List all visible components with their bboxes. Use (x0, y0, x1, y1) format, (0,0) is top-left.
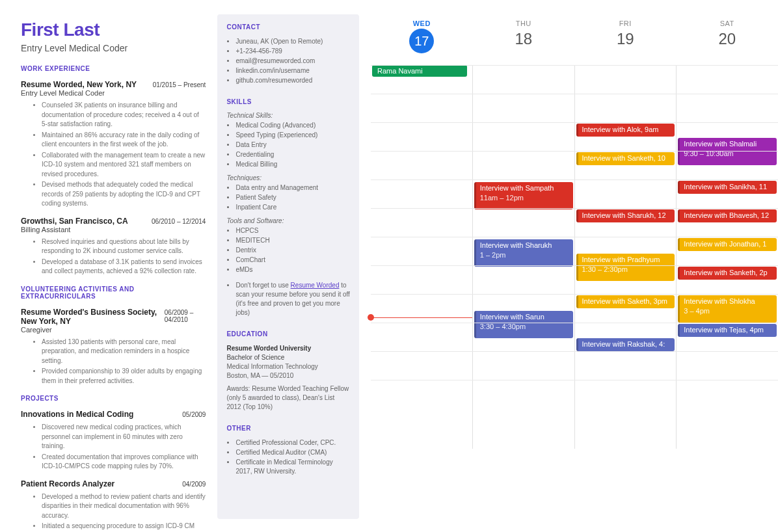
event-title: Interview with Sanikha, 11 (684, 183, 767, 191)
bullet: Initiated a sequencing procedure to assi… (42, 522, 206, 532)
job-date: 01/2015 – Present (153, 81, 206, 88)
job-date: 06/2009 – 04/2010 (165, 309, 206, 323)
now-dot-icon (368, 314, 374, 321)
calendar-event[interactable]: Interview with Sanketh, 2p (678, 267, 777, 280)
event-time: 1:30 – 2:30pm (582, 265, 628, 273)
job-company: Innovations in Medical Coding (21, 410, 133, 419)
list-item: Speed Typing (Experienced) (235, 131, 350, 140)
calendar-event[interactable]: Interview with Saketh, 3pm (576, 295, 675, 308)
job-bullets: Developed a method to review patient cha… (21, 492, 206, 533)
calendar-dow: THU (473, 20, 575, 27)
section-work-header: WORK EXPERIENCE (21, 65, 206, 72)
calendar-today-circle[interactable]: 17 (409, 29, 434, 53)
bullet: Provided companionship to 39 older adult… (42, 367, 206, 386)
calendar-day-num[interactable]: 20 (677, 30, 779, 48)
list-item: Medical Coding (Advanced) (235, 121, 350, 130)
edu-school: Resume Worded University (226, 344, 350, 353)
allday-event[interactable]: Rama Navami (372, 65, 467, 77)
job-bullets: Resolved inquiries and questions about l… (21, 237, 206, 276)
calendar-day-num[interactable]: 19 (574, 30, 677, 48)
calendar-event[interactable]: Interview with Sarun3:30 – 4:30pm (474, 311, 573, 338)
event-title: Interview with Shlokha (684, 297, 755, 305)
section-proj-header: PROJECTS (21, 395, 206, 402)
bullet: Developed a database of 3.1K patients to… (42, 258, 206, 276)
list-item: Certified Professional Coder, CPC. (235, 438, 350, 447)
calendar-event[interactable]: Interview with Sanketh, 10 (576, 152, 675, 165)
job-bullets: Discovered new medical coding practices,… (21, 423, 206, 472)
calendar-panel: WED17THU18FRI19SAT20 Rama Navami Intervi… (371, 0, 778, 532)
job-bullets: Assisted 130 patients with personal care… (21, 338, 206, 386)
page-container: First Last Entry Level Medical Coder WOR… (0, 0, 778, 532)
list-item: Inpatient Care (235, 203, 350, 212)
edu-awards: Awards: Resume Worded Teaching Fellow (o… (226, 384, 350, 412)
calendar-day-header[interactable]: SAT20 (677, 20, 779, 65)
event-title: Interview with Sanketh, 10 (582, 154, 665, 162)
list-item: linkedin.com/in/username (235, 66, 350, 75)
bullet: Resolved inquiries and questions about l… (42, 237, 206, 256)
job-title: Billing Assistant (21, 226, 128, 233)
calendar-day-header[interactable]: WED17 (371, 20, 473, 65)
job-title: Caregiver (21, 326, 165, 334)
list-item: Credentialing (235, 150, 350, 159)
candidate-name: First Last (21, 20, 206, 40)
calendar-event[interactable]: Interview with Shalmali9:30 – 10:30am (678, 138, 777, 165)
event-title: Interview with Rakshak, 4: (582, 340, 665, 348)
calendar-body[interactable]: Rama Navami Interview with Sampath11am –… (371, 65, 778, 449)
calendar-event[interactable]: Interview with Jonathan, 1 (678, 238, 777, 251)
contact-list: Juneau, AK (Open to Remote)+1-234-456-78… (226, 37, 350, 85)
calendar-event[interactable]: Interview with Sharukh, 12 (576, 209, 675, 222)
calendar-event[interactable]: Interview with Sampath11am – 12pm (474, 182, 573, 209)
section-skills-header: SKILLS (226, 98, 350, 105)
calendar-event[interactable]: Interview with Rakshak, 4: (576, 338, 675, 351)
bullet: Maintained an 86% accuracy rate in the d… (42, 131, 206, 150)
job-title: Entry Level Medical Coder (21, 89, 137, 97)
skills-tip: Don't forget to use Resume Worded to sca… (226, 281, 350, 317)
calendar-event[interactable]: Interview with Sharukh1 – 2pm (474, 239, 573, 267)
job-company: Resume Worded's Business Society, New Yo… (21, 308, 165, 326)
bullet: Collaborated with the management team to… (42, 151, 206, 180)
calendar-event[interactable]: Interview with Tejas, 4pm (678, 324, 777, 337)
list-item: HCPCS (235, 226, 350, 235)
event-time: 11am – 12pm (480, 194, 524, 202)
calendar-day-num[interactable]: 18 (473, 30, 575, 48)
event-title: Interview with Sharukh (480, 241, 552, 249)
event-title: Interview with Sanketh, 2p (684, 269, 767, 276)
calendar-event[interactable]: Interview with Bhavesh, 12 (678, 209, 777, 222)
list-item: Data Entry (235, 140, 350, 150)
event-time: 1 – 2pm (480, 251, 506, 259)
job-company: Patient Records Analyzer (21, 479, 114, 488)
calendar-day-header[interactable]: FRI19 (574, 20, 677, 65)
calendar-event[interactable]: Interview with Pradhyum1:30 – 2:30pm (576, 254, 675, 281)
resume-main-column: First Last Entry Level Medical Coder WOR… (21, 20, 206, 519)
bullet: Developed a method to review patient cha… (42, 492, 206, 521)
skills-tools-sub: Tools and Software: (226, 217, 350, 224)
event-title: Interview with Saketh, 3pm (582, 297, 667, 305)
calendar-event[interactable]: Interview with Alok, 9am (576, 124, 675, 137)
list-item: email@resumeworded.com (235, 57, 350, 66)
resume-worded-link[interactable]: Resume Worded (291, 282, 340, 289)
bullet: Counseled 3K patients on insurance billi… (42, 101, 206, 129)
event-title: Interview with Alok, 9am (582, 126, 659, 133)
event-time: 3 – 4pm (684, 307, 710, 315)
calendar-day-header[interactable]: THU18 (473, 20, 575, 65)
calendar-event[interactable]: Interview with Shlokha3 – 4pm (678, 295, 777, 323)
calendar-event[interactable]: Interview with Sanikha, 11 (678, 181, 777, 194)
skills-tools-list: HCPCSMEDITECHDentrixComCharteMDs (226, 226, 350, 274)
tip-pre: Don't forget to use (235, 282, 290, 289)
section-contact-header: CONTACT (226, 23, 350, 31)
list-item: Medical Billing (235, 160, 350, 169)
event-title: Interview with Sampath (480, 184, 554, 192)
skills-techni-list: Data entry and ManagementPatient SafetyI… (226, 183, 350, 212)
section-other-header: OTHER (226, 425, 350, 432)
skills-techni-sub: Techniques: (226, 174, 350, 181)
edu-degree: Bachelor of Science (226, 353, 350, 362)
calendar-header: WED17THU18FRI19SAT20 (371, 20, 778, 65)
other-list: Certified Professional Coder, CPC.Certif… (226, 438, 350, 476)
job-date: 06/2010 – 12/2014 (152, 218, 206, 225)
section-edu-header: EDUCATION (226, 330, 350, 338)
event-title: Interview with Sarun (480, 313, 544, 321)
list-item: Dentrix (235, 246, 350, 255)
list-item: MEDITECH (235, 236, 350, 245)
job-company: Growthsi, San Francisco, CA (21, 217, 128, 226)
candidate-title: Entry Level Medical Coder (21, 43, 206, 53)
